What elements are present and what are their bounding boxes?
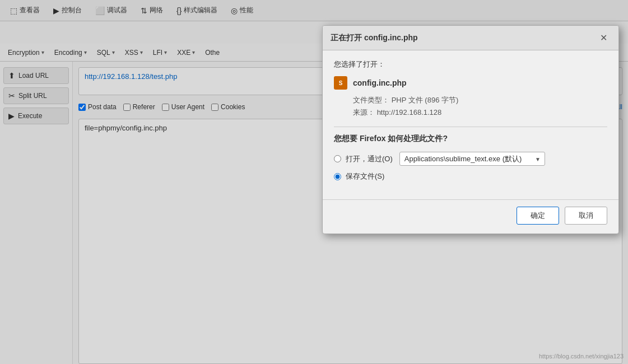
file-type-label: 文件类型： <box>353 96 389 104</box>
radio-open-label[interactable]: 打开，通过(O) <box>346 154 393 164</box>
dialog-footer: 确定 取消 <box>323 199 618 234</box>
app-selector: Applications\sublime_text.exe (默认) <box>399 152 545 166</box>
file-name: config.inc.php <box>353 78 407 87</box>
file-details: 文件类型： PHP 文件 (896 字节) 来源： http://192.168… <box>334 95 607 118</box>
radio-open[interactable] <box>334 155 341 162</box>
radio-open-item: 打开，通过(O) Applications\sublime_text.exe (… <box>334 152 607 166</box>
dialog-title: 正在打开 config.inc.php <box>331 33 418 43</box>
dialog-separator <box>334 127 607 127</box>
app-dropdown-wrapper: Applications\sublime_text.exe (默认) <box>399 152 545 166</box>
dialog-cancel-button[interactable]: 取消 <box>565 207 607 225</box>
dialog-close-button[interactable]: ✕ <box>597 31 611 44</box>
file-open-dialog: 正在打开 config.inc.php ✕ 您选择了打开： S config.i… <box>322 25 619 234</box>
radio-save-item: 保存文件(S) <box>334 171 607 181</box>
dialog-subtitle: 您选择了打开： <box>334 59 607 69</box>
dialog-question: 您想要 Firefox 如何处理此文件? <box>334 134 607 144</box>
file-info: S config.inc.php <box>334 76 607 90</box>
radio-save[interactable] <box>334 173 341 180</box>
file-type-row: 文件类型： PHP 文件 (896 字节) <box>353 95 607 105</box>
file-source-row: 来源： http://192.168.1.128 <box>353 108 607 118</box>
radio-group: 打开，通过(O) Applications\sublime_text.exe (… <box>334 152 607 181</box>
dialog-body: 您选择了打开： S config.inc.php 文件类型： PHP 文件 (8… <box>323 50 618 199</box>
radio-save-label[interactable]: 保存文件(S) <box>346 171 384 181</box>
file-source-value: http://192.168.1.128 <box>377 108 442 116</box>
file-icon: S <box>334 76 347 90</box>
dialog-confirm-button[interactable]: 确定 <box>517 207 559 225</box>
file-source-label: 来源： <box>353 108 375 116</box>
file-type-value: PHP 文件 (896 字节) <box>392 96 459 104</box>
app-dropdown[interactable]: Applications\sublime_text.exe (默认) <box>399 152 545 166</box>
dialog-titlebar: 正在打开 config.inc.php ✕ <box>323 26 618 50</box>
